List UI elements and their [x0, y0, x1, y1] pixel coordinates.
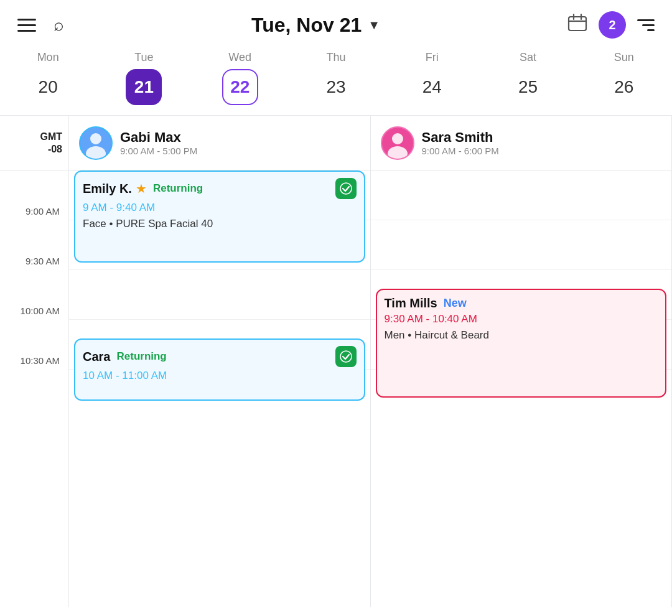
staff-columns: Gabi Max 9:00 AM - 5:00 PM Emily K. ★ Re… [68, 116, 672, 607]
week-day-fri[interactable]: Fri 24 [384, 51, 480, 105]
appointment-emily[interactable]: Emily K. ★ Returning 9 AM - 9:40 AM Face… [74, 170, 365, 263]
staff-name-gabi: Gabi Max [120, 129, 197, 146]
time-label-930am: 9:30 AM [0, 220, 68, 270]
appt-service: Face • PURE Spa Facial 40 [83, 218, 357, 230]
menu-icon[interactable] [17, 19, 36, 32]
week-day-num[interactable]: 23 [318, 69, 354, 105]
staff-hours-gabi: 9:00 AM - 5:00 PM [120, 146, 197, 156]
search-icon[interactable]: ⌕ [54, 15, 64, 35]
appt-header-row: Tim Mills New [385, 296, 658, 310]
week-day-name: Fri [426, 51, 439, 64]
staff-name-sara: Sara Smith [422, 129, 499, 146]
avatar-gabi [79, 126, 113, 160]
svg-rect-0 [569, 17, 586, 30]
header-date: Tue, Nov 21 [251, 14, 362, 37]
slots-area-sara: Tim Mills New 9:30 AM - 10:40 AM Men • H… [371, 170, 672, 607]
calendar-icon[interactable] [567, 13, 587, 37]
staff-info-sara: Sara Smith 9:00 AM - 6:00 PM [422, 129, 499, 156]
week-day-num[interactable]: 20 [30, 69, 66, 105]
staff-col-sara: Sara Smith 9:00 AM - 6:00 PM Tim Mills N… [371, 116, 673, 607]
appointment-tim[interactable]: Tim Mills New 9:30 AM - 10:40 AM Men • H… [376, 289, 667, 398]
week-day-name: Mon [37, 51, 59, 64]
week-day-wed[interactable]: Wed 22 [192, 51, 288, 105]
appt-time: 9 AM - 9:40 AM [83, 202, 357, 214]
svg-point-10 [392, 133, 403, 144]
avatar-sara [381, 126, 414, 160]
appt-tag: New [441, 297, 469, 310]
chevron-down-icon[interactable]: ▼ [368, 18, 380, 32]
slot-row [371, 170, 672, 220]
week-day-num[interactable]: 25 [510, 69, 546, 105]
staff-info-gabi: Gabi Max 9:00 AM - 5:00 PM [120, 129, 197, 156]
svg-point-7 [340, 183, 352, 194]
time-column: GMT-08 9:00 AM 9:30 AM 10:00 AM 10:30 AM [0, 116, 68, 607]
week-day-name: Sun [614, 51, 634, 64]
appt-time: 10 AM - 11:00 AM [83, 370, 357, 382]
week-day-name: Tue [134, 51, 153, 64]
week-day-mon[interactable]: Mon 20 [0, 51, 96, 105]
appt-header-row: Cara Returning [83, 346, 357, 367]
time-label-10am: 10:00 AM [0, 270, 68, 320]
header-center: Tue, Nov 21 ▼ [251, 14, 380, 37]
appt-time: 9:30 AM - 10:40 AM [385, 313, 658, 325]
svg-point-5 [90, 133, 101, 144]
staff-header-gabi: Gabi Max 9:00 AM - 5:00 PM [69, 116, 370, 170]
week-day-thu[interactable]: Thu 23 [288, 51, 384, 105]
week-day-num[interactable]: 24 [414, 69, 450, 105]
notification-badge[interactable]: 2 [599, 11, 626, 39]
calendar-body: GMT-08 9:00 AM 9:30 AM 10:00 AM 10:30 AM… [0, 116, 672, 607]
slots-area-gabi: Emily K. ★ Returning 9 AM - 9:40 AM Face… [69, 170, 370, 607]
slot-row [371, 220, 672, 270]
time-label-9am: 9:00 AM [0, 170, 68, 220]
week-day-tue[interactable]: Tue 21 [96, 51, 192, 105]
check-icon [335, 346, 357, 367]
header: ⌕ Tue, Nov 21 ▼ 2 [0, 0, 672, 46]
week-day-sun[interactable]: Sun 26 [576, 51, 672, 105]
week-strip: Mon 20 Tue 21 Wed 22 Thu 23 Fri 24 Sat 2… [0, 46, 672, 116]
header-right: 2 [567, 11, 655, 39]
appointment-cara[interactable]: Cara Returning 10 AM - 11:00 AM [74, 338, 365, 401]
week-day-num[interactable]: 26 [606, 69, 642, 105]
time-label-1030am: 10:30 AM [0, 320, 68, 370]
week-day-name: Wed [228, 51, 251, 64]
week-day-name: Thu [326, 51, 345, 64]
appt-header-row: Emily K. ★ Returning [83, 178, 357, 199]
staff-col-gabi: Gabi Max 9:00 AM - 5:00 PM Emily K. ★ Re… [69, 116, 371, 607]
week-day-sat[interactable]: Sat 25 [480, 51, 576, 105]
appt-name: Tim Mills [385, 296, 437, 310]
staff-header-sara: Sara Smith 9:00 AM - 6:00 PM [371, 116, 672, 170]
filter-icon[interactable] [637, 19, 655, 31]
star-icon: ★ [136, 181, 147, 196]
staff-hours-sara: 9:00 AM - 6:00 PM [422, 146, 499, 156]
gmt-label: GMT-08 [40, 131, 62, 154]
check-icon [335, 178, 357, 199]
appt-service: Men • Haircut & Beard [385, 329, 658, 342]
week-day-num-today[interactable]: 21 [126, 69, 162, 105]
appt-name: Cara [83, 350, 110, 364]
svg-point-8 [340, 351, 352, 362]
gmt-header: GMT-08 [0, 116, 68, 170]
appt-tag: Returning [151, 182, 205, 195]
appt-name: Emily K. [83, 182, 132, 196]
header-left: ⌕ [17, 15, 64, 35]
appt-tag: Returning [114, 350, 169, 363]
week-day-name: Sat [520, 51, 536, 64]
slot-row [69, 270, 370, 320]
week-day-num-tomorrow[interactable]: 22 [222, 69, 258, 105]
